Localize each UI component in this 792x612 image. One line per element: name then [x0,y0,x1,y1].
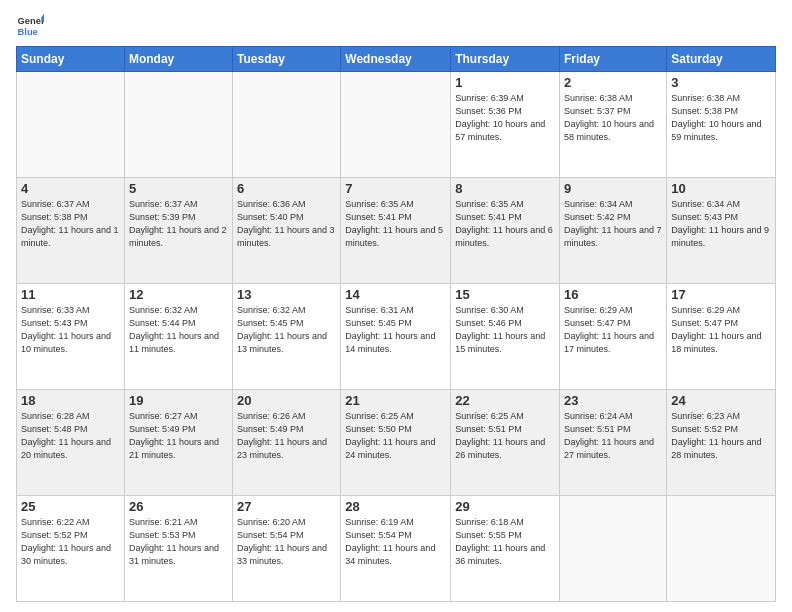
day-number: 27 [237,499,336,514]
header-row: General Blue [16,12,776,40]
day-cell: 25Sunrise: 6:22 AM Sunset: 5:52 PM Dayli… [17,496,125,602]
day-cell: 21Sunrise: 6:25 AM Sunset: 5:50 PM Dayli… [341,390,451,496]
day-cell: 14Sunrise: 6:31 AM Sunset: 5:45 PM Dayli… [341,284,451,390]
col-header-tuesday: Tuesday [233,47,341,72]
day-number: 8 [455,181,555,196]
day-cell: 13Sunrise: 6:32 AM Sunset: 5:45 PM Dayli… [233,284,341,390]
day-info: Sunrise: 6:22 AM Sunset: 5:52 PM Dayligh… [21,516,120,568]
day-number: 21 [345,393,446,408]
day-info: Sunrise: 6:34 AM Sunset: 5:43 PM Dayligh… [671,198,771,250]
day-cell: 7Sunrise: 6:35 AM Sunset: 5:41 PM Daylig… [341,178,451,284]
day-cell: 10Sunrise: 6:34 AM Sunset: 5:43 PM Dayli… [667,178,776,284]
day-info: Sunrise: 6:39 AM Sunset: 5:36 PM Dayligh… [455,92,555,144]
header-row-days: SundayMondayTuesdayWednesdayThursdayFrid… [17,47,776,72]
day-number: 23 [564,393,662,408]
day-cell [17,72,125,178]
page: General Blue SundayMondayTuesdayWednesda… [0,0,792,612]
day-info: Sunrise: 6:33 AM Sunset: 5:43 PM Dayligh… [21,304,120,356]
day-cell: 11Sunrise: 6:33 AM Sunset: 5:43 PM Dayli… [17,284,125,390]
col-header-thursday: Thursday [451,47,560,72]
day-cell: 1Sunrise: 6:39 AM Sunset: 5:36 PM Daylig… [451,72,560,178]
day-info: Sunrise: 6:27 AM Sunset: 5:49 PM Dayligh… [129,410,228,462]
day-info: Sunrise: 6:30 AM Sunset: 5:46 PM Dayligh… [455,304,555,356]
week-row-1: 4Sunrise: 6:37 AM Sunset: 5:38 PM Daylig… [17,178,776,284]
day-number: 10 [671,181,771,196]
day-number: 20 [237,393,336,408]
day-info: Sunrise: 6:32 AM Sunset: 5:44 PM Dayligh… [129,304,228,356]
day-info: Sunrise: 6:37 AM Sunset: 5:39 PM Dayligh… [129,198,228,250]
day-info: Sunrise: 6:38 AM Sunset: 5:38 PM Dayligh… [671,92,771,144]
day-info: Sunrise: 6:34 AM Sunset: 5:42 PM Dayligh… [564,198,662,250]
day-number: 16 [564,287,662,302]
day-number: 24 [671,393,771,408]
day-info: Sunrise: 6:29 AM Sunset: 5:47 PM Dayligh… [564,304,662,356]
day-cell: 23Sunrise: 6:24 AM Sunset: 5:51 PM Dayli… [560,390,667,496]
day-number: 19 [129,393,228,408]
logo: General Blue [16,12,44,40]
day-cell [233,72,341,178]
day-info: Sunrise: 6:26 AM Sunset: 5:49 PM Dayligh… [237,410,336,462]
col-header-wednesday: Wednesday [341,47,451,72]
day-info: Sunrise: 6:31 AM Sunset: 5:45 PM Dayligh… [345,304,446,356]
week-row-3: 18Sunrise: 6:28 AM Sunset: 5:48 PM Dayli… [17,390,776,496]
day-number: 1 [455,75,555,90]
day-number: 4 [21,181,120,196]
day-cell [341,72,451,178]
day-info: Sunrise: 6:21 AM Sunset: 5:53 PM Dayligh… [129,516,228,568]
week-row-0: 1Sunrise: 6:39 AM Sunset: 5:36 PM Daylig… [17,72,776,178]
day-cell: 4Sunrise: 6:37 AM Sunset: 5:38 PM Daylig… [17,178,125,284]
day-number: 11 [21,287,120,302]
day-number: 26 [129,499,228,514]
day-info: Sunrise: 6:29 AM Sunset: 5:47 PM Dayligh… [671,304,771,356]
day-number: 22 [455,393,555,408]
day-info: Sunrise: 6:18 AM Sunset: 5:55 PM Dayligh… [455,516,555,568]
day-number: 25 [21,499,120,514]
day-info: Sunrise: 6:35 AM Sunset: 5:41 PM Dayligh… [455,198,555,250]
day-cell: 9Sunrise: 6:34 AM Sunset: 5:42 PM Daylig… [560,178,667,284]
day-cell: 8Sunrise: 6:35 AM Sunset: 5:41 PM Daylig… [451,178,560,284]
day-cell: 27Sunrise: 6:20 AM Sunset: 5:54 PM Dayli… [233,496,341,602]
day-info: Sunrise: 6:25 AM Sunset: 5:51 PM Dayligh… [455,410,555,462]
day-cell: 2Sunrise: 6:38 AM Sunset: 5:37 PM Daylig… [560,72,667,178]
svg-text:Blue: Blue [18,27,38,37]
day-cell [560,496,667,602]
day-number: 13 [237,287,336,302]
col-header-monday: Monday [124,47,232,72]
day-cell: 16Sunrise: 6:29 AM Sunset: 5:47 PM Dayli… [560,284,667,390]
day-cell: 28Sunrise: 6:19 AM Sunset: 5:54 PM Dayli… [341,496,451,602]
day-info: Sunrise: 6:23 AM Sunset: 5:52 PM Dayligh… [671,410,771,462]
day-cell: 22Sunrise: 6:25 AM Sunset: 5:51 PM Dayli… [451,390,560,496]
day-number: 14 [345,287,446,302]
day-cell: 26Sunrise: 6:21 AM Sunset: 5:53 PM Dayli… [124,496,232,602]
col-header-friday: Friday [560,47,667,72]
calendar-table: SundayMondayTuesdayWednesdayThursdayFrid… [16,46,776,602]
day-info: Sunrise: 6:32 AM Sunset: 5:45 PM Dayligh… [237,304,336,356]
day-cell: 15Sunrise: 6:30 AM Sunset: 5:46 PM Dayli… [451,284,560,390]
day-cell: 29Sunrise: 6:18 AM Sunset: 5:55 PM Dayli… [451,496,560,602]
day-number: 12 [129,287,228,302]
day-cell: 24Sunrise: 6:23 AM Sunset: 5:52 PM Dayli… [667,390,776,496]
day-cell: 18Sunrise: 6:28 AM Sunset: 5:48 PM Dayli… [17,390,125,496]
day-cell [667,496,776,602]
col-header-sunday: Sunday [17,47,125,72]
day-number: 29 [455,499,555,514]
day-number: 18 [21,393,120,408]
day-cell: 6Sunrise: 6:36 AM Sunset: 5:40 PM Daylig… [233,178,341,284]
day-info: Sunrise: 6:37 AM Sunset: 5:38 PM Dayligh… [21,198,120,250]
day-cell: 12Sunrise: 6:32 AM Sunset: 5:44 PM Dayli… [124,284,232,390]
day-number: 7 [345,181,446,196]
day-info: Sunrise: 6:28 AM Sunset: 5:48 PM Dayligh… [21,410,120,462]
day-number: 15 [455,287,555,302]
logo-icon: General Blue [16,12,44,40]
day-cell: 3Sunrise: 6:38 AM Sunset: 5:38 PM Daylig… [667,72,776,178]
day-cell: 20Sunrise: 6:26 AM Sunset: 5:49 PM Dayli… [233,390,341,496]
day-info: Sunrise: 6:36 AM Sunset: 5:40 PM Dayligh… [237,198,336,250]
day-number: 9 [564,181,662,196]
day-info: Sunrise: 6:24 AM Sunset: 5:51 PM Dayligh… [564,410,662,462]
day-cell: 19Sunrise: 6:27 AM Sunset: 5:49 PM Dayli… [124,390,232,496]
week-row-4: 25Sunrise: 6:22 AM Sunset: 5:52 PM Dayli… [17,496,776,602]
day-cell: 17Sunrise: 6:29 AM Sunset: 5:47 PM Dayli… [667,284,776,390]
col-header-saturday: Saturday [667,47,776,72]
day-cell: 5Sunrise: 6:37 AM Sunset: 5:39 PM Daylig… [124,178,232,284]
day-info: Sunrise: 6:38 AM Sunset: 5:37 PM Dayligh… [564,92,662,144]
